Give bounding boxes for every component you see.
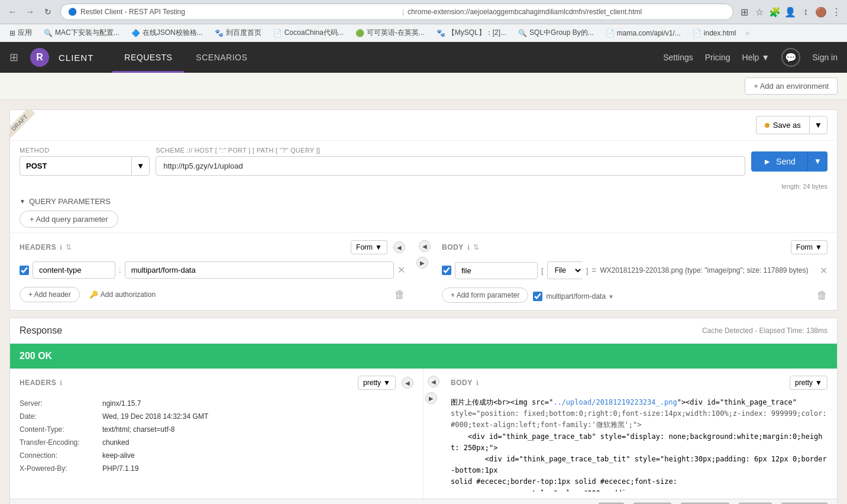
body-field-checkbox[interactable] [442,266,451,275]
headers-delete-button[interactable]: 🗑 [395,289,405,301]
response-headers-pretty-dropdown[interactable]: pretty ▼ [358,376,396,390]
add-environment-button[interactable]: + Add an environment [745,77,838,95]
more-bookmarks-icon[interactable]: » [746,29,750,37]
response-left-collapse-button[interactable]: ◀ [428,376,439,387]
bookmark-9[interactable]: 📄 index.html [688,28,741,38]
help-link[interactable]: Help ▼ [742,53,770,62]
signin-link[interactable]: Sign in [812,53,838,62]
bookmark-label-3: 到百度首页 [226,28,261,38]
body-field-remove-button[interactable]: ✕ [820,265,827,276]
response-title: Response [20,325,62,336]
nav-requests[interactable]: REQUESTS [112,42,184,73]
bookmark-apps[interactable]: ⊞ 应用 [5,27,37,39]
body-panel: BODY ℹ ⇅ Form ▼ [ File [432,233,837,310]
response-right-expand-button[interactable]: ▶ [425,392,437,404]
body-panel-header: BODY ℹ ⇅ Form ▼ [442,240,827,254]
sync-icon[interactable]: ↕ [800,6,812,18]
refresh-button[interactable]: ↻ [40,4,56,20]
headers-form-dropdown[interactable]: Form ▼ [351,240,387,254]
bookmark-2[interactable]: 🔷 在线JSON校验格... [127,27,208,39]
browser-bar: ← → ↻ 🔵 Restlet Client - REST API Testin… [0,0,847,24]
header-key-input[interactable] [33,261,115,279]
tab-favicon: 🔵 [68,8,77,16]
back-button[interactable]: ← [5,4,20,20]
response-headers-panel-header: HEADERS ℹ pretty ▼ ◀ [20,376,413,390]
length-text: length: 24 bytes [781,183,827,190]
body-key-input[interactable] [455,262,538,279]
response-panels-container: HEADERS ℹ pretty ▼ ◀ Server: nginx/1.15.… [10,369,837,499]
bookmark-icon-8: 📄 [606,29,615,37]
address-bar[interactable]: 🔵 Restlet Client - REST API Testing | ch… [60,4,733,20]
bookmark-label-5: 可可英语-在英英... [367,28,425,38]
header-checkbox[interactable] [20,266,29,275]
header-value-input[interactable] [125,261,394,279]
menu-icon[interactable]: ⋮ [830,6,842,18]
bookmark-icon[interactable]: ☆ [754,6,765,18]
body-form-dropdown[interactable]: Form ▼ [791,240,827,254]
send-button[interactable]: ► Send [751,151,807,172]
bookmark-3[interactable]: 🐾 到百度首页 [210,27,266,39]
save-as-button[interactable]: Save as [756,116,809,134]
add-header-button[interactable]: + Add header [20,287,80,302]
body-info-icon: ℹ [467,244,470,251]
response-headers-label: HEADERS [20,379,56,387]
header-remove-button[interactable]: ✕ [397,264,405,276]
save-as-chevron-icon: ▼ [814,121,822,130]
bookmark-4[interactable]: 📄 CocoaChina代码... [269,27,348,39]
nav-scenarios-label: SCENARIOS [196,53,247,62]
grid-icon[interactable]: ⊞ [9,51,18,64]
settings-link[interactable]: Settings [663,53,693,62]
response-body-pretty-dropdown[interactable]: pretty ▼ [790,376,827,390]
profile-icon[interactable]: 👤 [784,6,796,18]
multipart-dropdown-icon[interactable]: ▼ [608,293,614,300]
bookmarks-bar: ⊞ 应用 🔍 MAC下安装与配置... 🔷 在线JSON校验格... 🐾 到百度… [0,24,847,42]
send-dropdown-button[interactable]: ▼ [807,151,827,172]
main-content: Save as ▼ METHOD ▼ SCHEME :// HOST [ ":" [0,100,847,504]
add-authorization-button[interactable]: 🔑 Add authorization [85,287,160,302]
reader-mode-icon[interactable]: ⊞ [738,6,750,18]
puzzle-icon[interactable]: 🧩 [769,6,781,18]
chat-icon[interactable]: 💬 [781,48,800,67]
pricing-link[interactable]: Pricing [705,53,730,62]
response-headers-info-icon: ℹ [60,379,62,387]
multipart-checkbox[interactable] [533,292,542,301]
save-as-dropdown-button[interactable]: ▼ [809,116,827,134]
avatar-icon[interactable]: 🟤 [815,6,827,18]
right-expand-button[interactable]: ▶ [416,257,428,269]
headers-collapse-button[interactable]: ◀ [393,241,405,253]
add-query-param-button[interactable]: + Add query parameter [20,211,118,228]
bookmark-5[interactable]: 🟢 可可英语-在英英... [351,27,429,39]
key-icon: 🔑 [89,290,98,299]
bookmark-7[interactable]: 🔍 SQL中Group By的... [513,27,599,39]
nav-scenarios[interactable]: SCENARIOS [184,42,259,73]
request-panel: Save as ▼ METHOD ▼ SCHEME :// HOST [ ":" [9,109,838,311]
url-input[interactable] [156,156,745,176]
file-type-select[interactable]: File Text [547,261,583,279]
response-headers-collapse-button[interactable]: ◀ [402,377,413,389]
bookmark-1[interactable]: 🔍 MAC下安装与配置... [39,27,124,39]
bookmark-label-9: index.html [704,29,736,37]
resp-header-value-date: Wed, 19 Dec 2018 14:32:34 GMT [102,412,208,421]
response-body-chevron-icon: ▼ [815,379,822,387]
method-dropdown-button[interactable]: ▼ [131,156,150,176]
method-label: METHOD [20,147,150,154]
method-section: METHOD ▼ [20,147,150,176]
save-as-group: Save as ▼ [756,116,827,134]
body-delete-button[interactable]: 🗑 [817,289,827,302]
response-headers-table: Server: nginx/1.15.7 Date: Wed, 19 Dec 2… [20,397,413,475]
bookmark-icon-2: 🔷 [131,29,140,37]
add-form-param-button[interactable]: + Add form parameter [442,287,528,303]
help-label: Help [742,53,759,62]
left-collapse-button[interactable]: ◀ [419,240,431,252]
bookmark-8[interactable]: 📄 mama.com/api/v1/... [601,28,686,38]
bookmark-6[interactable]: 🐾 【MySQL】：[2]... [432,27,511,39]
method-select[interactable] [20,156,131,176]
app-client-label: CLIENT [59,53,93,63]
response-body-info-icon: ℹ [476,379,479,387]
bookmark-label-8: mama.com/api/v1/... [617,29,681,37]
response-headers-panel: HEADERS ℹ pretty ▼ ◀ Server: nginx/1.15.… [10,369,424,499]
forward-button[interactable]: → [22,4,38,20]
body-sort-icon: ⇅ [473,243,479,251]
body-line-4: <div id="think_page_trace_tab_tit" style… [451,454,827,476]
query-params-header[interactable]: ▼ QUERY PARAMETERS [20,197,827,206]
